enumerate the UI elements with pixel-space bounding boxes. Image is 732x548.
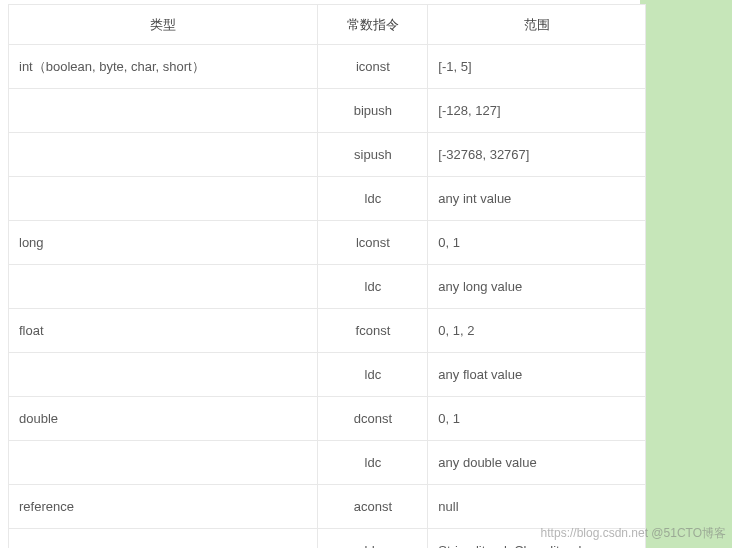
cell-range: [-1, 5] bbox=[428, 45, 646, 89]
table-row: float fconst 0, 1, 2 bbox=[9, 309, 646, 353]
cell-range: any float value bbox=[428, 353, 646, 397]
cell-instruction: iconst bbox=[318, 45, 428, 89]
table-container: 类型 常数指令 范围 int（boolean, byte, char, shor… bbox=[8, 4, 646, 548]
cell-instruction: ldc bbox=[318, 529, 428, 549]
table-row: bipush [-128, 127] bbox=[9, 89, 646, 133]
cell-instruction: bipush bbox=[318, 89, 428, 133]
cell-instruction: fconst bbox=[318, 309, 428, 353]
cell-type: double bbox=[9, 397, 318, 441]
cell-instruction: ldc bbox=[318, 441, 428, 485]
cell-range: any long value bbox=[428, 265, 646, 309]
table-row: ldc any int value bbox=[9, 177, 646, 221]
cell-range: [-32768, 32767] bbox=[428, 133, 646, 177]
background-panel bbox=[640, 0, 732, 548]
cell-type: reference bbox=[9, 485, 318, 529]
cell-range: any int value bbox=[428, 177, 646, 221]
cell-type bbox=[9, 353, 318, 397]
cell-type bbox=[9, 529, 318, 549]
cell-instruction: ldc bbox=[318, 265, 428, 309]
table-row: long lconst 0, 1 bbox=[9, 221, 646, 265]
cell-instruction: ldc bbox=[318, 177, 428, 221]
table-row: sipush [-32768, 32767] bbox=[9, 133, 646, 177]
header-type: 类型 bbox=[9, 5, 318, 45]
cell-type: long bbox=[9, 221, 318, 265]
cell-type: int（boolean, byte, char, short） bbox=[9, 45, 318, 89]
cell-instruction: sipush bbox=[318, 133, 428, 177]
cell-type bbox=[9, 177, 318, 221]
cell-type: float bbox=[9, 309, 318, 353]
cell-type bbox=[9, 133, 318, 177]
header-range: 范围 bbox=[428, 5, 646, 45]
table-row: ldc any long value bbox=[9, 265, 646, 309]
table-row: reference aconst null bbox=[9, 485, 646, 529]
table-row: ldc any double value bbox=[9, 441, 646, 485]
cell-range: [-128, 127] bbox=[428, 89, 646, 133]
table-row: double dconst 0, 1 bbox=[9, 397, 646, 441]
table-row: int（boolean, byte, char, short） iconst [… bbox=[9, 45, 646, 89]
cell-range: 0, 1 bbox=[428, 397, 646, 441]
cell-range: 0, 1, 2 bbox=[428, 309, 646, 353]
watermark-text: https://blog.csdn.net @51CTO博客 bbox=[541, 525, 726, 542]
cell-type bbox=[9, 441, 318, 485]
cell-instruction: ldc bbox=[318, 353, 428, 397]
cell-range: null bbox=[428, 485, 646, 529]
table-row: ldc any float value bbox=[9, 353, 646, 397]
cell-instruction: lconst bbox=[318, 221, 428, 265]
cell-type bbox=[9, 89, 318, 133]
table-header-row: 类型 常数指令 范围 bbox=[9, 5, 646, 45]
cell-range: any double value bbox=[428, 441, 646, 485]
header-instruction: 常数指令 bbox=[318, 5, 428, 45]
cell-instruction: aconst bbox=[318, 485, 428, 529]
cell-type bbox=[9, 265, 318, 309]
cell-instruction: dconst bbox=[318, 397, 428, 441]
cell-range: 0, 1 bbox=[428, 221, 646, 265]
constants-table: 类型 常数指令 范围 int（boolean, byte, char, shor… bbox=[8, 4, 646, 548]
